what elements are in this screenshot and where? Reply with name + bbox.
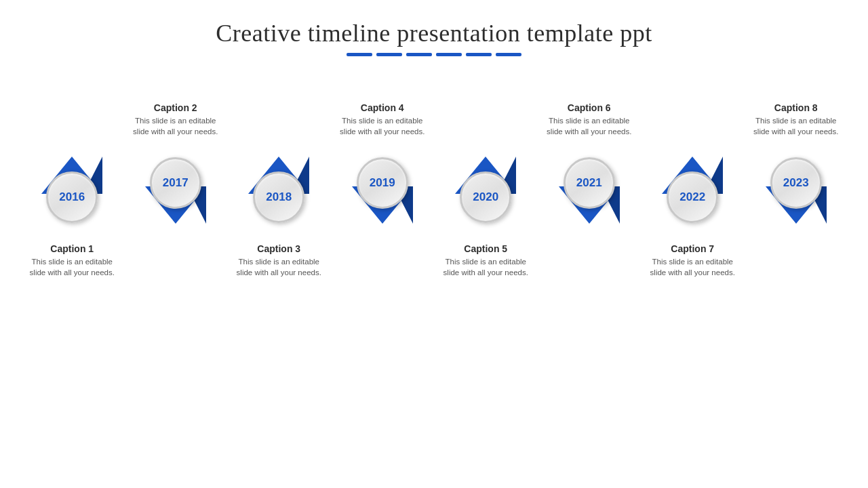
caption-text-8: This slide is an editable slide with all… (749, 115, 844, 137)
title-dash-1 (347, 53, 372, 56)
timeline-item-6: Caption 6 This slide is an editable slid… (538, 102, 642, 278)
timeline-item-3: 2018 Caption 3 This slide is an editable… (227, 102, 331, 278)
timeline-item-5: 2020 Caption 5 This slide is an editable… (434, 102, 538, 278)
caption-text-5: This slide is an editable slide with all… (438, 256, 533, 278)
diamond-2: 2017 (145, 142, 206, 224)
caption-text-1: This slide is an editable slide with all… (24, 256, 119, 278)
caption-above-2: Caption 2 This slide is an editable slid… (128, 102, 223, 137)
circle-year-3: 2018 (253, 171, 304, 223)
caption-text-6: This slide is an editable slide with all… (542, 115, 637, 137)
diamond-7: 2022 (662, 157, 723, 238)
circle-year-4: 2019 (357, 157, 408, 209)
circle-year-1: 2016 (46, 171, 98, 223)
slide: Creative timeline presentation template … (0, 0, 868, 488)
year-1: 2016 (59, 190, 85, 204)
caption-text-4: This slide is an editable slide with all… (335, 115, 430, 137)
timeline-item-2: Caption 2 This slide is an editable slid… (124, 102, 228, 278)
title-dash-2 (376, 53, 402, 56)
timeline-item-8: Caption 8 This slide is an editable slid… (745, 102, 848, 278)
title-dash-3 (406, 53, 432, 56)
title-dash-5 (466, 53, 492, 56)
caption-title-7: Caption 7 (645, 243, 740, 254)
diamond-1: 2016 (41, 157, 102, 238)
diamond-3: 2018 (248, 157, 309, 238)
caption-above-6: Caption 6 This slide is an editable slid… (542, 102, 637, 137)
circle-year-5: 2020 (460, 171, 511, 223)
caption-text-3: This slide is an editable slide with all… (231, 256, 326, 278)
title-decoration (216, 53, 652, 56)
diamond-8: 2023 (766, 142, 827, 224)
caption-below-1: Caption 1 This slide is an editable slid… (24, 243, 119, 278)
timeline-container: 2016 Caption 1 This slide is an editable… (0, 102, 868, 278)
circle-year-7: 2022 (667, 171, 718, 223)
caption-title-5: Caption 5 (438, 243, 533, 254)
year-3: 2018 (266, 190, 292, 204)
year-4: 2019 (370, 176, 395, 190)
year-8: 2023 (783, 176, 809, 190)
circle-year-8: 2023 (770, 157, 822, 209)
caption-title-8: Caption 8 (749, 102, 844, 113)
caption-above-4: Caption 4 This slide is an editable slid… (335, 102, 430, 137)
year-6: 2021 (576, 176, 602, 190)
diamond-4: 2019 (352, 142, 413, 224)
caption-title-2: Caption 2 (128, 102, 223, 113)
caption-below-7: Caption 7 This slide is an editable slid… (645, 243, 740, 278)
diamond-6: 2021 (559, 142, 620, 224)
year-2: 2017 (163, 176, 189, 190)
year-5: 2020 (473, 190, 498, 204)
timeline-item-7: 2022 Caption 7 This slide is an editable… (641, 102, 745, 278)
title-dash-4 (436, 53, 462, 56)
caption-title-6: Caption 6 (542, 102, 637, 113)
title-dash-6 (496, 53, 521, 56)
diamond-5: 2020 (455, 157, 516, 238)
timeline-item-1: 2016 Caption 1 This slide is an editable… (20, 102, 124, 278)
timeline-item-4: Caption 4 This slide is an editable slid… (331, 102, 435, 278)
circle-year-6: 2021 (564, 157, 615, 209)
main-title: Creative timeline presentation template … (216, 19, 652, 47)
caption-title-3: Caption 3 (231, 243, 326, 254)
caption-title-4: Caption 4 (335, 102, 430, 113)
caption-above-8: Caption 8 This slide is an editable slid… (749, 102, 844, 137)
caption-below-3: Caption 3 This slide is an editable slid… (231, 243, 326, 278)
caption-text-7: This slide is an editable slide with all… (645, 256, 740, 278)
caption-text-2: This slide is an editable slide with all… (128, 115, 223, 137)
circle-year-2: 2017 (150, 157, 201, 209)
caption-title-1: Caption 1 (24, 243, 119, 254)
year-7: 2022 (679, 190, 705, 204)
caption-below-5: Caption 5 This slide is an editable slid… (438, 243, 533, 278)
title-area: Creative timeline presentation template … (216, 19, 652, 56)
